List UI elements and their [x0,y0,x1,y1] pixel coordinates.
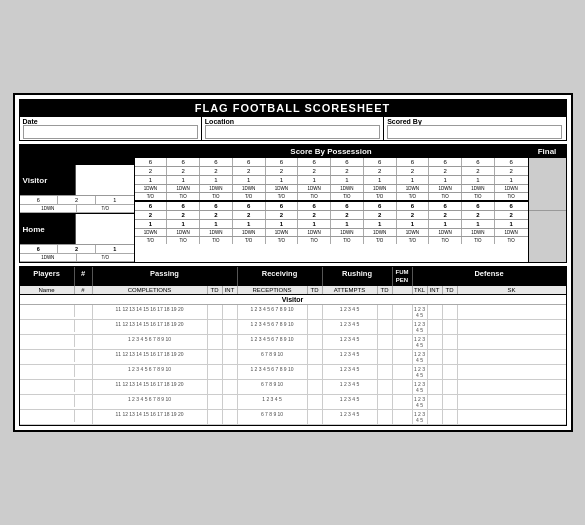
player-name-cell[interactable] [20,365,75,377]
int1-cell [223,380,238,394]
fum-pen-cell [393,320,413,334]
ph-num: # [75,267,93,285]
player-name-cell[interactable] [20,320,75,332]
td2-cell [308,350,323,364]
scored-by-cell: Scored By [384,117,565,140]
td3-cell [378,335,393,349]
td1-cell [208,350,223,364]
player-name-cell[interactable] [20,395,75,407]
scored-by-label: Scored By [387,118,562,125]
receptions-cell: 1 2 3 4 5 6 7 8 9 10 [238,365,308,379]
td4-cell [443,335,458,349]
table-row: 1 2 3 4 5 6 7 8 9 10 1 2 3 4 5 6 7 8 9 1… [20,335,566,350]
player-num-cell [75,320,93,334]
sh-name: Name [20,286,75,294]
sh-attempts: ATTEMPTS [323,286,378,294]
int1-cell [223,320,238,334]
td2-cell [308,410,323,424]
date-input[interactable] [23,125,198,139]
td2-cell [308,395,323,409]
sh-completions: COMPLETIONS [93,286,208,294]
td4-cell [443,395,458,409]
date-cell: Date [20,117,202,140]
td3-cell [378,320,393,334]
ph-players: Players [20,267,75,285]
int2-cell [428,305,443,319]
sh-int1: INT [223,286,238,294]
home-final-score [529,211,566,263]
attempts-cell: 1 2 3 4 5 [323,410,378,424]
td1-cell [208,335,223,349]
home-label: Home [20,214,75,244]
sh-tkl: TKL [413,286,428,294]
player-name-cell[interactable] [20,305,75,317]
td4-cell [443,380,458,394]
attempts-cell: 1 2 3 4 5 [323,350,378,364]
completions-cell: 11 12 13 14 15 16 17 18 19 20 [93,380,208,394]
player-name-cell[interactable] [20,410,75,422]
ph-fum-pen: FUM PEN [393,267,413,285]
tkl-cell: 1 2 3 4 5 [413,395,428,409]
visitor-section-label: Visitor [20,295,566,305]
sk-cell [458,410,566,424]
td1-cell [208,380,223,394]
visitor-row3: 111111111111 [135,176,528,185]
visitor-row4a: 1DWN1DWN1DWN1DWN1DWN1DWN1DWN1DWN1DWN1DWN… [135,185,528,193]
visitor-label: Visitor [20,165,75,195]
sk-cell [458,305,566,319]
score-possession-section: Visitor 6 2 1 1DWN T/O Home [19,144,567,263]
fum-pen-cell [393,395,413,409]
completions-cell: 1 2 3 4 5 6 7 8 9 10 [93,395,208,409]
scoresheet: FLAG FOOTBALL SCORESHEET Date Location S… [13,93,573,431]
sk-cell [458,320,566,334]
fum-pen-cell [393,380,413,394]
td4-cell [443,350,458,364]
receptions-cell: 1 2 3 4 5 6 7 8 9 10 [238,305,308,319]
home-row3: 111111111111 [135,220,528,229]
location-input[interactable] [205,125,380,139]
visitor-block: Visitor 6 2 1 1DWN T/O [20,165,134,214]
visitor-row1: 666666666666 [135,158,528,167]
attempts-cell: 1 2 3 4 5 [323,365,378,379]
table-row: 1 2 3 4 5 6 7 8 9 10 1 2 3 4 5 1 2 3 4 5… [20,395,566,410]
player-name-cell[interactable] [20,350,75,362]
player-num-cell [75,335,93,349]
sh-hash: # [75,286,93,294]
td2-cell [308,335,323,349]
td2-cell [308,365,323,379]
receptions-cell: 1 2 3 4 5 6 7 8 9 10 [238,320,308,334]
player-rows-container: 11 12 13 14 15 16 17 18 19 20 1 2 3 4 5 … [20,305,566,425]
player-name-cell[interactable] [20,380,75,392]
sk-cell [458,350,566,364]
player-num-cell [75,305,93,319]
int2-cell [428,395,443,409]
final-header: Final [529,145,566,158]
table-row: 1 2 3 4 5 6 7 8 9 10 1 2 3 4 5 6 7 8 9 1… [20,365,566,380]
table-row: 11 12 13 14 15 16 17 18 19 20 1 2 3 4 5 … [20,305,566,320]
td3-cell [378,350,393,364]
td4-cell [443,410,458,424]
fum-pen-cell [393,335,413,349]
scored-by-input[interactable] [387,125,562,139]
completions-cell: 11 12 13 14 15 16 17 18 19 20 [93,350,208,364]
player-name-cell[interactable] [20,335,75,347]
location-label: Location [205,118,380,125]
td1-cell [208,365,223,379]
sh-td3: TD [378,286,393,294]
receptions-cell: 6 7 8 9 10 [238,350,308,364]
td3-cell [378,395,393,409]
ph-passing: Passing [93,267,238,285]
final-panel: Final [528,145,566,262]
tkl-cell: 1 2 3 4 5 [413,365,428,379]
tkl-cell: 1 2 3 4 5 [413,335,428,349]
int1-cell [223,395,238,409]
completions-cell: 11 12 13 14 15 16 17 18 19 20 [93,305,208,319]
td4-cell [443,320,458,334]
sh-td4: TD [443,286,458,294]
ph-receiving: Receiving [238,267,323,285]
tkl-cell: 1 2 3 4 5 [413,410,428,424]
int2-cell [428,365,443,379]
home-row4a: 1DWN1DWN1DWN1DWN1DWN1DWN1DWN1DWN1DWN1DWN… [135,229,528,237]
score-by-possession-header: Score By Possession [135,145,528,158]
tkl-cell: 1 2 3 4 5 [413,320,428,334]
